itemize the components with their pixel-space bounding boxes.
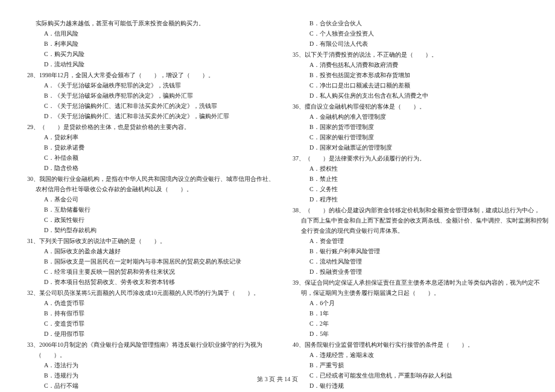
q32: 32、某公司职员张某将5元面额的人民币涂改成10元面额的人民币的行为属于（ ）。	[27, 288, 274, 298]
q33-line2: （ ）。	[27, 350, 274, 360]
q34-c: C．个人独资企业投资人	[293, 28, 548, 39]
q28-d: D．《关于惩治骗购外汇、逃汇和非法买卖外汇的决定》，骗购外汇罪	[27, 111, 274, 121]
q37-d: D．程序性	[293, 194, 548, 204]
q38-b: B．银行账户利率风险管理	[293, 246, 548, 256]
q37-c: C．义务性	[293, 184, 548, 194]
intro-opt-c: C．购买力风险	[27, 49, 274, 59]
q38-line3: 全行资金流的现代商业银行司库体系。	[293, 226, 548, 236]
q39-line1: 39、保证合同约定保证人承担保证责任直至主债务本息还清时为止等类似内容的，视为约…	[293, 277, 548, 288]
q40-b: B．严重亏损	[293, 360, 548, 370]
q32-a: A．伪造货币罪	[27, 298, 274, 308]
q35-c: C．净出口是出口额减去进口额的差额	[293, 80, 548, 90]
intro-opt-b: B．利率风险	[27, 39, 274, 49]
page-footer: 第 3 页 共 14 页	[0, 375, 555, 384]
q31: 31、下列关于国际收支的说法中正确的是（ ）。	[27, 236, 274, 246]
q38-d: D．投融资业务管理	[293, 267, 548, 277]
q38-line2: 自下而上集中资金和自上而下配置资金的收支两条线、全额计价、集中调控、实时监测和控…	[293, 215, 548, 226]
q30-d: D．契约型存款机构	[27, 225, 274, 235]
q28-b: B．《关于惩治破坏金融秩序犯罪的决定》，骗购外汇罪	[27, 90, 274, 101]
q40: 40、国务院银行业监督管理机构对银行实行接管的条件是（ ）。	[293, 340, 548, 350]
q39-line2: 明，保证期间为主债务履行期届满之日起（ ）。	[293, 288, 548, 298]
q32-b: B．持有假币罪	[27, 308, 274, 318]
intro-text: 实际购买力越来越低，甚至有可能低于原来投资金额的购买力。	[27, 18, 274, 28]
q36-b: B．国家的货币管理制度	[293, 122, 548, 132]
q31-b: B．国际收支是一国居民在一定时期内与非本国居民的贸易交易的系统记录	[27, 256, 274, 267]
q30-c: C．政策性银行	[27, 215, 274, 225]
q31-a: A．国际收支的盈余越大越好	[27, 246, 274, 256]
q30-b: B．互助储蓄银行	[27, 204, 274, 215]
q28: 28、1998年12月，全国人大常委会颁布了（ ），增设了（ ）。	[27, 70, 274, 80]
q32-d: D．使用假币罪	[27, 329, 274, 339]
q36: 36、擅自设立金融机构罪侵犯的客体是（ ）。	[293, 101, 548, 112]
q36-a: A．金融机构的准入管理制度	[293, 112, 548, 122]
q37-a: A．授权性	[293, 163, 548, 174]
q35-b: B．投资包括固定资本形成和存货增加	[293, 70, 548, 80]
q31-c: C．经常项目主要反映一国的贸易和劳务往来状况	[27, 267, 274, 277]
q28-c: C．《关于惩治骗购外汇、逃汇和非法买卖外汇的决定》，洗钱罪	[27, 101, 274, 111]
q34-d: D．有限公司法人代表	[293, 39, 548, 49]
q33-a: A．违法行为	[27, 360, 274, 370]
q38-c: C．流动性风险管理	[293, 256, 548, 267]
q37-b: B．禁止性	[293, 174, 548, 184]
q30-a: A．基金公司	[27, 194, 274, 204]
intro-opt-d: D．流动性风险	[27, 59, 274, 69]
q35: 35、以下关于消费投资的说法，不正确的是（ ）。	[293, 49, 548, 60]
q31-d: D．资本项目包括贸易收支、劳务收支和资本转移	[27, 277, 274, 287]
q32-c: C．变造货币罪	[27, 318, 274, 329]
q37: 37、（ ）是法律要求行为人必须履行的行为。	[293, 153, 548, 163]
q30-line1: 30、我国的银行业金融机构，是指在中华人民共和国境内设立的商业银行、城市信用合作…	[27, 174, 274, 184]
q35-a: A．消费包括私人消费和政府消费	[293, 60, 548, 70]
q39-b: B．1年	[293, 308, 548, 318]
intro-opt-a: A．信用风险	[27, 28, 274, 39]
q36-c: C．国家的银行管理制度	[293, 132, 548, 142]
q33-line1: 33、2006年10月制定的《商业银行合规风险管理指南》将违反银行业职业操守的行…	[27, 340, 274, 350]
q29-a: A．贷款利率	[27, 132, 274, 142]
left-column: 实际购买力越来越低，甚至有可能低于原来投资金额的购买力。 A．信用风险 B．利率…	[27, 18, 274, 392]
q36-d: D．国家对金融票证的管理制度	[293, 142, 548, 153]
q29-d: D．隐含价格	[27, 163, 274, 173]
q39-a: A．6个月	[293, 298, 548, 308]
q30-line2: 农村信用合作社等吸收公众存款的金融机构以及（ ）。	[27, 184, 274, 194]
q38-line1: 38、（ ）的核心是建设内部资金转移定价机制和全额资金管理体制，建成以总行为中心…	[293, 205, 548, 215]
q29-b: B．贷款承诺费	[27, 142, 274, 153]
q40-a: A．违规经营，逾期未改	[293, 350, 548, 360]
q39-c: C．2年	[293, 318, 548, 329]
right-column: B．合伙企业合伙人 C．个人独资企业投资人 D．有限公司法人代表 35、以下关于…	[293, 18, 548, 392]
q39-d: D．5年	[293, 329, 548, 339]
q35-d: D．私人购买住房的支出包含在私人消费之中	[293, 90, 548, 101]
q29-c: C．补偿余额	[27, 153, 274, 163]
q38-a: A．资金管理	[293, 236, 548, 246]
q28-a: A．《关于惩治破坏金融秩序犯罪的决定》，洗钱罪	[27, 80, 274, 90]
q29: 29、（ ）是贷款价格的主体，也是贷款价格的主要内容。	[27, 122, 274, 132]
q34-b: B．合伙企业合伙人	[293, 18, 548, 28]
